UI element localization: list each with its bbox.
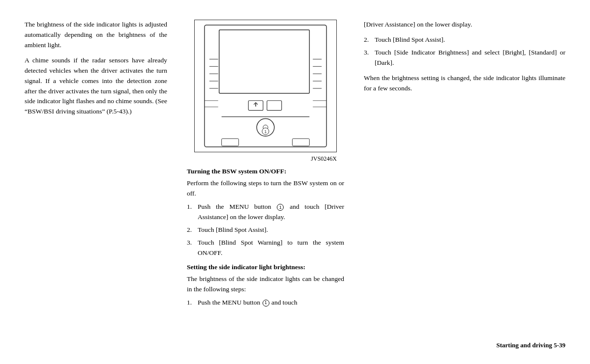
footer: Starting and driving 5-39 xyxy=(25,337,565,349)
footer-text: Starting and driving 5-39 xyxy=(497,341,566,349)
list-num-2: 2. xyxy=(187,225,198,235)
svg-rect-20 xyxy=(222,139,239,146)
content-area: The brightness of the side indicator lig… xyxy=(25,20,565,337)
section1-list: 1. Push the MENU button 1 and touch [Dri… xyxy=(187,202,344,258)
list-num-1: 1. xyxy=(187,202,198,212)
console-svg: 1 xyxy=(195,20,336,152)
list-text-1: Push the MENU button 1 and touch [Driver… xyxy=(198,202,344,223)
svg-text:1: 1 xyxy=(265,129,267,134)
right-continued: [Driver Assistance] on the lower display… xyxy=(364,20,565,30)
list-num-3: 3. xyxy=(187,238,198,248)
left-para-1: The brightness of the side indicator lig… xyxy=(25,20,167,51)
list-item-3: 3. Touch [Blind Spot Warning] to turn th… xyxy=(187,238,344,258)
right-list-item-2: 2. Touch [Blind Spot Assist]. xyxy=(364,35,565,45)
section2-intro: The brightness of the side indicator lig… xyxy=(187,274,344,295)
section2-list-item-1: 1. Push the MENU button 1 and touch xyxy=(187,298,344,308)
right-list-num-3: 3. xyxy=(364,48,375,58)
page: The brightness of the side indicator lig… xyxy=(0,0,590,364)
right-list-text-2: Touch [Blind Spot Assist]. xyxy=(375,35,565,45)
section2-heading: Setting the side indicator light brightn… xyxy=(187,262,344,272)
list-item-2: 2. Touch [Blind Spot Assist]. xyxy=(187,225,344,235)
right-list-item-3: 3. Touch [Side Indicator Brightness] and… xyxy=(364,48,565,68)
right-list-num-2: 2. xyxy=(364,35,375,45)
right-note: When the brightness setting is changed, … xyxy=(364,73,565,94)
svg-rect-1 xyxy=(219,30,310,93)
list-text-3: Touch [Blind Spot Warning] to turn the s… xyxy=(198,238,344,258)
circle-1: 1 xyxy=(277,204,284,211)
right-list: 2. Touch [Blind Spot Assist]. 3. Touch [… xyxy=(364,35,565,68)
center-text-section: Turning the BSW system ON/OFF: Perform t… xyxy=(187,167,344,310)
svg-rect-13 xyxy=(267,101,282,111)
image-label: JVS0246X xyxy=(194,155,337,163)
center-column: 1 JVS0246X Turning the BSW system xyxy=(177,20,354,337)
section2-list-text-1: Push the MENU button 1 and touch xyxy=(198,298,344,308)
left-para-2: A chime sounds if the radar sensors have… xyxy=(25,56,167,117)
section1-intro: Perform the following steps to turn the … xyxy=(187,178,344,199)
console-illustration: 1 xyxy=(194,20,337,152)
svg-rect-21 xyxy=(293,139,310,146)
list-item-1: 1. Push the MENU button 1 and touch [Dri… xyxy=(187,202,344,223)
section2-list-num-1: 1. xyxy=(187,298,198,308)
section1-heading: Turning the BSW system ON/OFF: xyxy=(187,167,344,176)
right-list-text-3: Touch [Side Indicator Brightness] and se… xyxy=(375,48,565,68)
circle-1b: 1 xyxy=(263,300,269,307)
section2-list: 1. Push the MENU button 1 and touch xyxy=(187,298,344,308)
list-text-2: Touch [Blind Spot Assist]. xyxy=(198,225,344,235)
right-column: [Driver Assistance] on the lower display… xyxy=(354,20,565,337)
left-column: The brightness of the side indicator lig… xyxy=(25,20,177,337)
